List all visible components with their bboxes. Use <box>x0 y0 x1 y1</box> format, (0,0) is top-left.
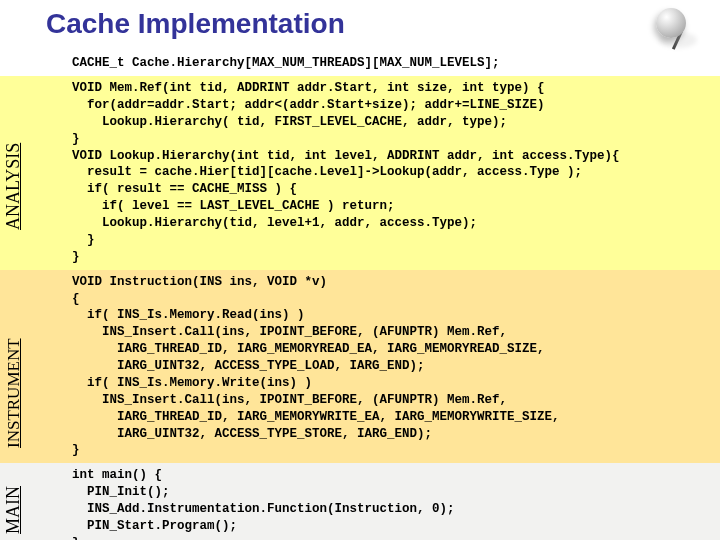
main-section: MAIN int main() { PIN_Init(); INS_Add.In… <box>0 463 720 540</box>
pushpin-icon <box>648 4 708 60</box>
slide-title: Cache Implementation <box>46 8 674 40</box>
analysis-code: VOID Mem.Ref(int tid, ADDRINT addr.Start… <box>0 76 720 270</box>
analysis-section: ANALYSIS VOID Mem.Ref(int tid, ADDRINT a… <box>0 76 720 270</box>
instrument-section: INSTRUMENT VOID Instruction(INS ins, VOI… <box>0 270 720 464</box>
instrument-label: INSTRUMENT <box>4 339 24 449</box>
instrument-code: VOID Instruction(INS ins, VOID *v) { if(… <box>0 270 720 464</box>
main-code: int main() { PIN_Init(); INS_Add.Instrum… <box>0 463 720 540</box>
slide: Cache Implementation CACHE_t Cache.Hiera… <box>0 0 720 540</box>
title-bar: Cache Implementation <box>0 0 720 52</box>
analysis-label: ANALYSIS <box>3 142 24 229</box>
main-label: MAIN <box>3 486 24 534</box>
code-sections: ANALYSIS VOID Mem.Ref(int tid, ADDRINT a… <box>0 76 720 540</box>
declaration-line: CACHE_t Cache.Hierarchy[MAX_NUM_THREADS]… <box>0 52 720 76</box>
